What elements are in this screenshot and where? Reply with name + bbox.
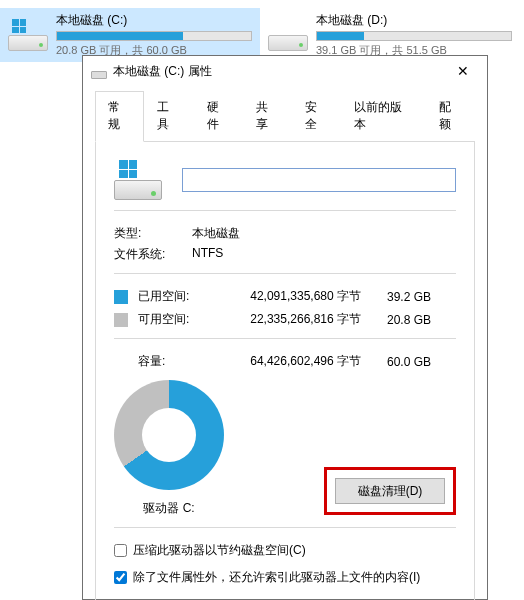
tab-hardware[interactable]: 硬件 bbox=[194, 91, 243, 142]
capacity-bytes: 64,426,602,496 字节 bbox=[216, 353, 361, 370]
drive-item-c[interactable]: 本地磁盘 (C:) 20.8 GB 可用，共 60.0 GB bbox=[0, 8, 260, 62]
drive-capacity-bar bbox=[56, 31, 252, 41]
drive-name: 本地磁盘 (D:) bbox=[316, 12, 512, 29]
separator bbox=[114, 210, 456, 211]
index-label: 除了文件属性外，还允许索引此驱动器上文件的内容(I) bbox=[133, 569, 420, 586]
filesystem-value: NTFS bbox=[192, 246, 223, 263]
index-checkbox-row[interactable]: 除了文件属性外，还允许索引此驱动器上文件的内容(I) bbox=[114, 569, 456, 586]
drives-background: 本地磁盘 (C:) 20.8 GB 可用，共 60.0 GB 本地磁盘 (D:)… bbox=[0, 8, 524, 62]
type-value: 本地磁盘 bbox=[192, 225, 240, 242]
used-bytes: 42,091,335,680 字节 bbox=[216, 288, 361, 305]
properties-dialog: 本地磁盘 (C:) 属性 ✕ 常规 工具 硬件 共享 安全 以前的版本 配额 类… bbox=[82, 55, 488, 600]
capacity-gb: 60.0 GB bbox=[361, 355, 431, 369]
free-bytes: 22,335,266,816 字节 bbox=[216, 311, 361, 328]
windows-flag-icon bbox=[119, 160, 137, 178]
filesystem-label: 文件系统: bbox=[114, 246, 192, 263]
drive-name: 本地磁盘 (C:) bbox=[56, 12, 252, 29]
free-gb: 20.8 GB bbox=[361, 313, 431, 327]
drive-icon bbox=[8, 19, 48, 51]
compress-label: 压缩此驱动器以节约磁盘空间(C) bbox=[133, 542, 306, 559]
drive-icon bbox=[268, 19, 308, 51]
drive-item-d[interactable]: 本地磁盘 (D:) 39.1 GB 可用，共 51.5 GB bbox=[260, 8, 520, 62]
type-label: 类型: bbox=[114, 225, 192, 242]
tab-quota[interactable]: 配额 bbox=[426, 91, 475, 142]
used-label: 已用空间: bbox=[138, 288, 216, 305]
separator bbox=[114, 338, 456, 339]
cleanup-highlight: 磁盘清理(D) bbox=[324, 467, 456, 515]
free-label: 可用空间: bbox=[138, 311, 216, 328]
separator bbox=[114, 527, 456, 528]
tab-panel-general: 类型: 本地磁盘 文件系统: NTFS 已用空间: 42,091,335,680… bbox=[95, 142, 475, 600]
usage-donut-chart bbox=[114, 380, 224, 490]
separator bbox=[114, 273, 456, 274]
tab-general[interactable]: 常规 bbox=[95, 91, 144, 142]
drive-capacity-bar bbox=[316, 31, 512, 41]
drive-icon bbox=[91, 63, 107, 79]
compress-checkbox[interactable] bbox=[114, 544, 127, 557]
free-swatch bbox=[114, 313, 128, 327]
tab-tools[interactable]: 工具 bbox=[144, 91, 193, 142]
drive-letter-label: 驱动器 C: bbox=[143, 500, 194, 517]
close-button[interactable]: ✕ bbox=[443, 56, 483, 86]
tabstrip: 常规 工具 硬件 共享 安全 以前的版本 配额 bbox=[95, 90, 475, 142]
titlebar[interactable]: 本地磁盘 (C:) 属性 ✕ bbox=[83, 56, 487, 86]
disk-cleanup-button[interactable]: 磁盘清理(D) bbox=[335, 478, 445, 504]
drive-large-icon bbox=[114, 160, 162, 200]
tab-previous-versions[interactable]: 以前的版本 bbox=[341, 91, 425, 142]
capacity-label: 容量: bbox=[138, 353, 216, 370]
used-swatch bbox=[114, 290, 128, 304]
index-checkbox[interactable] bbox=[114, 571, 127, 584]
compress-checkbox-row[interactable]: 压缩此驱动器以节约磁盘空间(C) bbox=[114, 542, 456, 559]
tab-security[interactable]: 安全 bbox=[292, 91, 341, 142]
used-gb: 39.2 GB bbox=[361, 290, 431, 304]
drive-label-input[interactable] bbox=[182, 168, 456, 192]
windows-flag-icon bbox=[12, 19, 26, 33]
tab-sharing[interactable]: 共享 bbox=[243, 91, 292, 142]
dialog-title: 本地磁盘 (C:) 属性 bbox=[113, 63, 212, 80]
